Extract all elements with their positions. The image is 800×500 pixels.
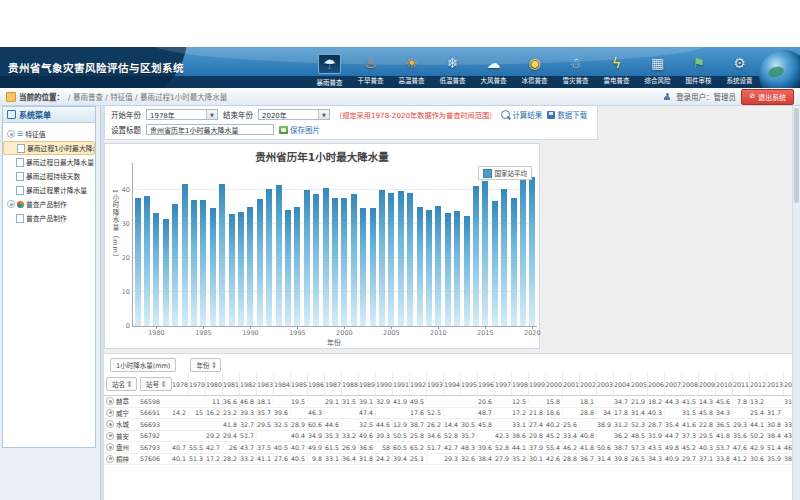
year-group-chip[interactable]: 年份 ▲▼: [190, 358, 221, 372]
row-expand-icon[interactable]: [106, 397, 114, 405]
menu-item-0-1[interactable]: 暴雨过程日最大降水量: [3, 155, 95, 169]
menu-group-1[interactable]: 普查产品制作: [3, 197, 95, 211]
row-expand-icon[interactable]: [106, 443, 114, 451]
year-column-header[interactable]: 2008: [682, 373, 699, 395]
start-year-select[interactable]: 1978年 ▼: [146, 109, 218, 120]
value-cell: 52.5: [427, 409, 444, 416]
measure-chip[interactable]: 1小时降水量(mm): [110, 358, 176, 372]
year-column-header[interactable]: 2002: [580, 373, 597, 395]
chart-title-input[interactable]: [146, 124, 274, 135]
year-column-header[interactable]: 1999: [529, 373, 546, 395]
menu-item-1-0[interactable]: 普查产品制作: [3, 211, 95, 225]
toolbar-item-5[interactable]: ◉ 冰雹普查: [514, 54, 555, 87]
year-column-header[interactable]: 1981: [223, 373, 240, 395]
value-cell: 38.4: [767, 432, 784, 439]
breadcrumb[interactable]: / 暴雨普查 / 特征值 / 暴雨过程1小时最大降水量: [68, 91, 227, 102]
expand-icon[interactable]: [7, 200, 15, 208]
year-column-header[interactable]: 1987: [325, 373, 342, 395]
year-column-header[interactable]: 1985: [291, 373, 308, 395]
value-cell: 17.6: [410, 409, 427, 416]
year-column-header[interactable]: 2010: [716, 373, 733, 395]
value-cell: 40.5: [274, 444, 291, 451]
year-column-header[interactable]: 1993: [427, 373, 444, 395]
app-title: 贵州省气象灾害风险评估与区划系统: [8, 60, 184, 75]
year-column-header[interactable]: 2006: [648, 373, 665, 395]
menu-group-0[interactable]: ☰ 特征值: [3, 127, 95, 141]
year-column-header[interactable]: 1997: [495, 373, 512, 395]
value-cell: 32.5: [274, 421, 291, 428]
row-expand-icon[interactable]: [106, 455, 114, 463]
x-tick-label: 1985: [195, 329, 212, 337]
value-cell: 17.8: [614, 409, 631, 416]
year-column-header[interactable]: 1990: [376, 373, 393, 395]
bar-2020: [529, 177, 535, 326]
year-column-header[interactable]: 1994: [444, 373, 461, 395]
year-column-header[interactable]: 2000: [546, 373, 563, 395]
toolbar-item-2[interactable]: ☀ 高温普查: [391, 54, 432, 87]
year-column-header[interactable]: 1986: [308, 373, 325, 395]
grid-body: 赫章 565981136.646.818.119.529.131.539.132…: [104, 396, 800, 465]
menu-item-0-0[interactable]: 暴雨过程1小时最大降水量: [3, 141, 95, 155]
year-column-header[interactable]: 1982: [240, 373, 257, 395]
row-expand-icon[interactable]: [106, 420, 114, 428]
year-column-header[interactable]: 2001: [563, 373, 580, 395]
year-column-header[interactable]: 2012: [750, 373, 767, 395]
year-column-header[interactable]: 2007: [665, 373, 682, 395]
year-column-header[interactable]: 1983: [257, 373, 274, 395]
year-column-header[interactable]: 2013: [767, 373, 784, 395]
toolbar-item-7[interactable]: ϟ 雷电普查: [596, 54, 637, 87]
row-expand-icon[interactable]: [106, 409, 114, 417]
year-column-header[interactable]: 1996: [478, 373, 495, 395]
year-column-header[interactable]: 1991: [393, 373, 410, 395]
toolbar-item-10[interactable]: ⚙ 系统设置: [719, 54, 760, 87]
toolbar-item-4[interactable]: ☁ 大风普查: [473, 54, 514, 87]
year-column-header[interactable]: 2004: [614, 373, 631, 395]
menu-item-0-3[interactable]: 暴雨过程累计降水量: [3, 183, 95, 197]
toolbar-item-3[interactable]: ❄ 低温普查: [432, 54, 473, 87]
year-column-header[interactable]: 2005: [631, 373, 648, 395]
year-column-header[interactable]: 1980: [206, 373, 223, 395]
value-cell: 29.8: [529, 432, 546, 439]
year-column-header[interactable]: 2003: [597, 373, 614, 395]
vertical-scrollbar[interactable]: [792, 106, 800, 500]
menu-item-0-2[interactable]: 暴雨过程持续天数: [3, 169, 95, 183]
value-cell: 35.7: [461, 432, 478, 439]
toolbar-item-0[interactable]: ☂ 暴雨普查: [309, 54, 350, 87]
value-cell: 44.1: [512, 444, 529, 451]
row-expand-icon[interactable]: [106, 432, 114, 440]
logout-button[interactable]: ⊘ 退出系统: [741, 89, 794, 105]
year-column-header[interactable]: 1989: [359, 373, 376, 395]
end-year-select[interactable]: 2020年 ▼: [258, 109, 330, 120]
bar-2018: [511, 198, 517, 326]
value-cell: 34.6: [427, 432, 444, 439]
year-column-header[interactable]: 1992: [410, 373, 427, 395]
year-column-header[interactable]: 1998: [512, 373, 529, 395]
station-id-header[interactable]: 站号 ▲▼: [140, 377, 172, 391]
download-data-button[interactable]: 数据下载: [547, 109, 587, 120]
year-column-header[interactable]: 1979: [189, 373, 206, 395]
value-cell: 24.2: [376, 455, 393, 462]
document-icon: [16, 158, 24, 167]
save-image-button[interactable]: 保存图片: [279, 124, 320, 135]
toolbar-item-6[interactable]: ☃ 雪灾普查: [555, 54, 596, 87]
year-column-header[interactable]: 2009: [699, 373, 716, 395]
x-tick-label: 2020: [524, 329, 541, 337]
calculate-button[interactable]: 计算结果: [501, 109, 542, 120]
year-column-header[interactable]: 1988: [342, 373, 359, 395]
year-column-header[interactable]: 1984: [274, 373, 291, 395]
year-column-header[interactable]: 2011: [733, 373, 750, 395]
year-column-header[interactable]: 1978: [172, 373, 189, 395]
toolbar-item-1[interactable]: ♨ 干旱普查: [350, 54, 391, 87]
value-cell: 36.4: [342, 455, 359, 462]
toolbar-item-8[interactable]: ▦ 综合风险: [637, 54, 678, 87]
year-column-header[interactable]: 1995: [461, 373, 478, 395]
value-cell: 41.8: [580, 444, 597, 451]
station-name-header[interactable]: 站名 ▲▼: [106, 377, 137, 391]
value-cell: 40.7: [291, 444, 308, 451]
bar-1998: [323, 188, 329, 327]
expand-icon[interactable]: [7, 130, 15, 138]
toolbar-item-9[interactable]: ⚑ 图件审核: [678, 54, 719, 87]
bar-2005: [388, 193, 394, 326]
bar-2009: [426, 210, 432, 326]
scrollbar-thumb[interactable]: [794, 108, 799, 203]
